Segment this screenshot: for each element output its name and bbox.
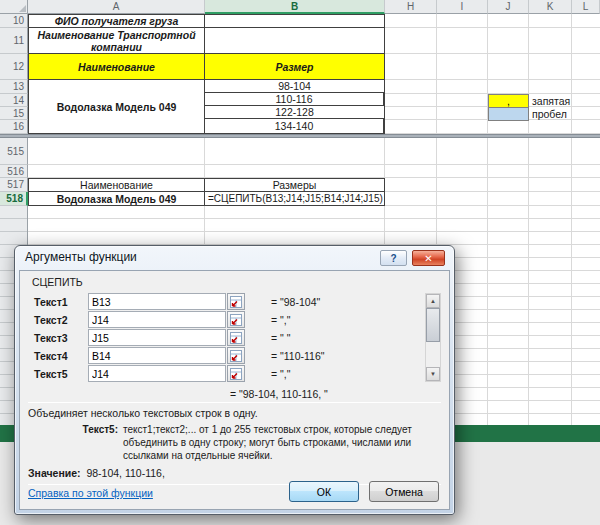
cell-b12[interactable]: Размер (205, 54, 384, 80)
argument-label: Текст4 (34, 350, 88, 362)
cancel-button[interactable]: Отмена (369, 481, 439, 502)
column-header-l[interactable]: L (572, 0, 600, 14)
help-link[interactable]: Справка по этой функции (28, 487, 153, 499)
argument-result: = "98-104" (271, 296, 320, 308)
argument-input-5[interactable] (88, 365, 226, 382)
value-line: Значение: 98-104, 110-116, (28, 467, 165, 479)
argument-row: Текст4 = "110-116" (34, 347, 324, 364)
separator (28, 402, 441, 403)
select-all-corner[interactable] (0, 0, 28, 14)
range-selector-icon (230, 332, 242, 344)
value-label: Значение: (28, 467, 81, 479)
row-header-515[interactable]: 515 (0, 138, 28, 165)
cell-j15-space[interactable] (488, 107, 529, 121)
argument-input-1[interactable] (88, 293, 226, 310)
cell-a11[interactable]: Наименование Транспортной компании (29, 28, 205, 54)
row-header-10[interactable]: 10 (0, 14, 28, 28)
cell-a10[interactable]: ФИО получателя груза (29, 15, 205, 28)
cell-b11[interactable] (205, 28, 384, 54)
collapse-dialog-button[interactable] (227, 365, 245, 382)
scrollbar-thumb[interactable] (426, 308, 440, 342)
gridline (385, 191, 600, 192)
cell-b13[interactable]: 98-104 (205, 80, 384, 93)
scroll-down-icon[interactable]: ▼ (426, 367, 440, 381)
ok-button[interactable]: ОК (289, 481, 359, 502)
argument-result: = " " (271, 332, 290, 344)
argument-label: Текст2 (34, 314, 88, 326)
row-header-15[interactable]: 15 (0, 107, 28, 120)
collapse-dialog-button[interactable] (227, 329, 245, 346)
gridline (385, 79, 600, 80)
argument-row: Текст1 = "98-104" (34, 293, 320, 310)
cell-a12[interactable]: Наименование (29, 54, 205, 80)
gridline (385, 27, 600, 28)
collapse-dialog-button[interactable] (227, 311, 245, 328)
product-table: ФИО получателя груза Наименование Трансп… (28, 14, 385, 134)
row-header-516[interactable]: 516 (0, 165, 28, 178)
argument-label: Текст3 (34, 332, 88, 344)
function-arguments-dialog: Аргументы функции ? ✕ СЦЕПИТЬ Текст1 = "… (14, 245, 455, 515)
function-name: СЦЕПИТЬ (32, 276, 83, 288)
result-table: Наименование Размеры Водолазка Модель 04… (28, 178, 385, 206)
cell-b15[interactable]: 122-128 (205, 106, 384, 119)
row-header-12[interactable]: 12 (0, 54, 28, 80)
row-header-11[interactable]: 11 (0, 28, 28, 54)
dialog-body: СЦЕПИТЬ Текст1 = "98-104" Текст2 = "," Т… (19, 270, 450, 510)
argument-input-4[interactable] (88, 347, 226, 364)
range-selector-icon (230, 314, 242, 326)
scroll-up-icon[interactable]: ▲ (426, 294, 440, 308)
row-header-16[interactable]: 16 (0, 120, 28, 134)
cell-b14[interactable]: 110-116 (205, 93, 384, 106)
function-description: Объединяет несколько текстовых строк в о… (28, 407, 258, 419)
parameter-description: текст1;текст2;... от 1 до 255 текстовых … (123, 423, 413, 462)
cell-k15[interactable]: пробел (532, 107, 598, 120)
column-header-j[interactable]: J (488, 0, 529, 14)
row-header-13[interactable]: 13 (0, 80, 28, 94)
argument-input-3[interactable] (88, 329, 226, 346)
column-header-i[interactable]: I (437, 0, 488, 14)
parameter-help: Текст5: текст1;текст2;... от 1 до 255 те… (72, 423, 413, 462)
range-selector-icon (230, 296, 242, 308)
argument-result: = "110-116" (271, 350, 324, 362)
collapse-dialog-button[interactable] (227, 293, 245, 310)
cell-b518-formula[interactable]: =СЦЕПИТЬ(B13;J14;J15;B14;J14;J15) (205, 192, 384, 205)
row-header-517[interactable]: 517 (0, 178, 28, 192)
row-header-14[interactable]: 14 (0, 94, 28, 107)
cell-b517[interactable]: Размеры (205, 179, 384, 192)
argument-label: Текст1 (34, 296, 88, 308)
value-result: 98-104, 110-116, (86, 467, 164, 479)
gridline (385, 53, 600, 54)
cell-j14-comma[interactable]: , (488, 94, 529, 108)
column-header-k[interactable]: K (529, 0, 572, 14)
argument-label: Текст5 (34, 368, 88, 380)
cell-k14[interactable]: запятая (532, 94, 598, 107)
argument-row: Текст5 = "," (34, 365, 290, 382)
excel-window: A B H I J K L 10 11 12 13 14 15 16 515 5… (0, 0, 600, 525)
cell-b16[interactable]: 134-140 (205, 119, 384, 133)
argument-result: = "," (271, 368, 290, 380)
cell-a13-a16-merged[interactable]: Водолазка Модель 049 (29, 80, 205, 133)
collapse-dialog-button[interactable] (227, 347, 245, 364)
cell-a517[interactable]: Наименование (29, 179, 205, 192)
help-icon[interactable]: ? (380, 250, 407, 266)
gridline (28, 164, 600, 165)
argument-result: = "," (271, 314, 290, 326)
argument-input-2[interactable] (88, 311, 226, 328)
row-header-518[interactable]: 518 (0, 192, 28, 206)
argument-row: Текст2 = "," (34, 311, 290, 328)
cell-b10[interactable] (205, 15, 384, 28)
argument-row: Текст3 = " " (34, 329, 290, 346)
arguments-scrollbar[interactable]: ▲ ▼ (425, 293, 441, 382)
parameter-name: Текст5: (72, 423, 118, 462)
column-header-a[interactable]: A (28, 0, 205, 14)
close-icon[interactable]: ✕ (412, 250, 445, 266)
formula-result: = "98-104, 110-116, " (230, 388, 328, 400)
pane-split-bar[interactable] (0, 134, 600, 138)
column-header-b[interactable]: B (205, 0, 385, 14)
range-selector-icon (230, 368, 242, 380)
column-header-h[interactable]: H (385, 0, 437, 14)
dialog-title[interactable]: Аргументы функции (25, 250, 137, 264)
range-selector-icon (230, 350, 242, 362)
cell-a518[interactable]: Водолазка Модель 049 (29, 192, 205, 205)
